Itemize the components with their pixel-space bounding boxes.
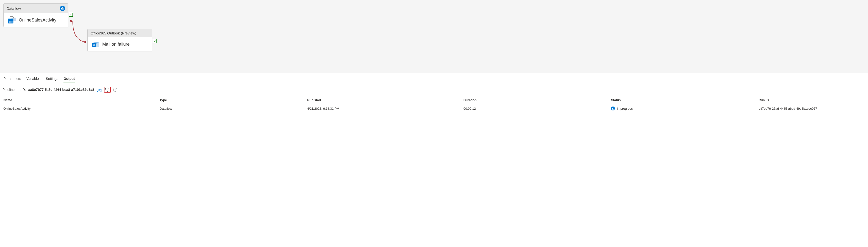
pipeline-run-id-label: Pipeline run ID: [2,88,26,92]
pipeline-run-id-value: aa8e7b77-5a5c-4264-bea8-a7103c52d3a8 [28,88,94,92]
activity-header: Office365 Outlook (Preview) [88,29,152,37]
status-text: In progress [617,107,633,110]
table-header-row: Name Type Run start Duration Status Run … [0,96,868,104]
activity-dataflow[interactable]: Dataflow OnlineSalesActivity [3,3,68,27]
activity-header: Dataflow [4,4,68,13]
tab-settings[interactable]: Settings [46,76,58,83]
pipeline-canvas[interactable]: Dataflow OnlineSalesActivity ✓ ✕ Office3… [0,0,868,73]
in-progress-icon: ◐ [611,107,615,110]
cell-type: Dataflow [156,104,304,113]
output-tabs: Parameters Variables Settings Output [0,73,868,83]
success-status-icon: ✓ [69,13,73,17]
column-header-type[interactable]: Type [156,96,304,104]
refresh-icon [105,87,110,92]
activity-name: OnlineSalesActivity [19,18,56,23]
column-header-status[interactable]: Status [608,96,755,104]
dataflow-icon [8,17,16,24]
output-table: Name Type Run start Duration Status Run … [0,96,868,113]
cell-duration: 00:00:12 [460,104,608,113]
success-status-icon: ✓ [153,39,157,43]
column-header-duration[interactable]: Duration [460,96,608,104]
activity-body: O Mail on failure [88,37,152,51]
column-header-runid[interactable]: Run ID [755,96,868,104]
cell-name: OnlineSalesActivity [0,104,156,113]
info-icon[interactable]: i [113,88,117,92]
activity-type-label: Dataflow [7,6,21,10]
tab-parameters[interactable]: Parameters [3,76,21,83]
tab-output[interactable]: Output [63,76,75,83]
activity-outlook[interactable]: Office365 Outlook (Preview) O Mail on fa… [87,29,152,51]
column-header-runstart[interactable]: Run start [304,96,460,104]
debug-badge-icon: [@] [97,88,101,92]
failure-status-icon: ✕ [69,19,73,23]
column-header-name[interactable]: Name [0,96,156,104]
cell-status: ◐ In progress [608,104,755,113]
cell-runstart: 4/21/2023, 6:18:31 PM [304,104,460,113]
in-progress-icon [60,6,65,11]
refresh-button[interactable] [104,87,111,92]
outlook-icon: O [92,41,99,48]
table-row[interactable]: OnlineSalesActivity Dataflow 4/21/2023, … [0,104,868,113]
output-toolbar: Pipeline run ID: aa8e7b77-5a5c-4264-bea8… [0,83,868,96]
activity-name: Mail on failure [102,42,130,47]
cell-runid: aff7ed76-25ad-4485-a6ed-49d3b1ecc067 [755,104,868,113]
activity-type-label: Office365 Outlook (Preview) [91,31,136,35]
tab-variables[interactable]: Variables [26,76,40,83]
activity-body: OnlineSalesActivity [4,13,68,27]
